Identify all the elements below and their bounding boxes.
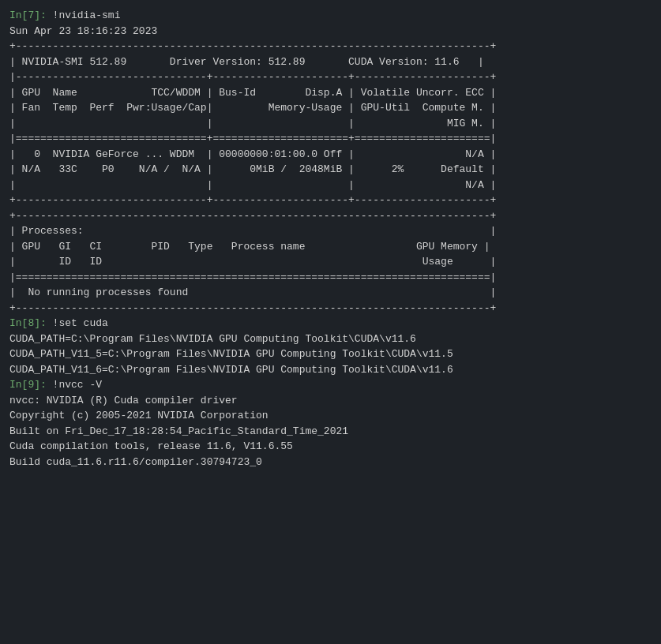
output-line: CUDA_PATH=C:\Program Files\NVIDIA GPU Co… bbox=[9, 331, 652, 347]
output-line: +---------------------------------------… bbox=[9, 39, 652, 54]
output-line: Copyright (c) 2005-2021 NVIDIA Corporati… bbox=[9, 408, 652, 424]
output-line: CUDA_PATH_V11_5=C:\Program Files\NVIDIA … bbox=[9, 346, 652, 362]
output-line: |-------------------------------+-------… bbox=[9, 69, 652, 85]
output-line: |===============================+=======… bbox=[9, 131, 652, 147]
output-line: | Fan Temp Perf Pwr:Usage/Cap| Memory-Us… bbox=[9, 100, 652, 116]
output-line: Build cuda_11.6.r11.6/compiler.30794723_… bbox=[9, 455, 652, 470]
output-line: | 0 NVIDIA GeForce ... WDDM | 00000000:0… bbox=[9, 147, 652, 163]
output-line: Sun Apr 23 18:16:23 2023 bbox=[9, 24, 652, 39]
prompt-command: !nvcc -V bbox=[47, 379, 102, 391]
prompt-line: In[7]: !nvidia-smi bbox=[9, 8, 652, 24]
output-line: | Processes: | bbox=[9, 223, 652, 239]
output-line: +---------------------------------------… bbox=[9, 301, 652, 316]
output-line: | GPU GI CI PID Type Process name GPU Me… bbox=[9, 239, 652, 255]
output-line: | | | MIG M. | bbox=[9, 116, 652, 132]
output-line: | ID ID Usage | bbox=[9, 254, 652, 270]
output-line: nvcc: NVIDIA (R) Cuda compiler driver bbox=[9, 393, 652, 409]
prompt-line: In[9]: !nvcc -V bbox=[9, 377, 652, 393]
prompt-label: In[7]: bbox=[9, 9, 47, 21]
output-line: +-------------------------------+-------… bbox=[9, 193, 652, 208]
output-line: | GPU Name TCC/WDDM | Bus-Id Disp.A | Vo… bbox=[9, 85, 652, 101]
prompt-line: In[8]: !set cuda bbox=[9, 316, 652, 331]
output-line: Cuda compilation tools, release 11.6, V1… bbox=[9, 439, 652, 455]
output-line: | NVIDIA-SMI 512.89 Driver Version: 512.… bbox=[9, 54, 652, 70]
output-line: Built on Fri_Dec_17_18:28:54_Pacific_Sta… bbox=[9, 424, 652, 440]
prompt-label: In[8]: bbox=[9, 317, 47, 329]
prompt-command: !set cuda bbox=[47, 317, 108, 329]
output-line: | | | N/A | bbox=[9, 178, 652, 193]
output-line: CUDA_PATH_V11_6=C:\Program Files\NVIDIA … bbox=[9, 362, 652, 378]
output-line: | No running processes found | bbox=[9, 285, 652, 301]
output-line: |=======================================… bbox=[9, 270, 652, 286]
output-line: +---------------------------------------… bbox=[9, 208, 652, 224]
terminal-output: In[7]: !nvidia-smiSun Apr 23 18:16:23 20… bbox=[9, 8, 652, 470]
prompt-command: !nvidia-smi bbox=[47, 9, 121, 21]
output-line: | N/A 33C P0 N/A / N/A | 0MiB / 2048MiB … bbox=[9, 162, 652, 178]
prompt-label: In[9]: bbox=[9, 379, 47, 391]
